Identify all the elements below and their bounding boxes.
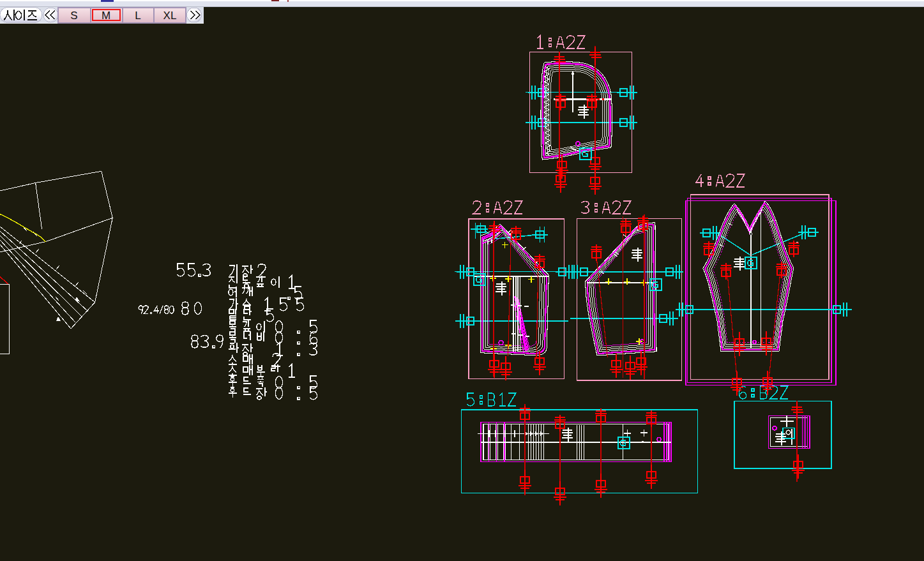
svg-text:S: S	[70, 10, 77, 22]
svg-text:XL: XL	[163, 10, 177, 22]
svg-text:M: M	[102, 10, 110, 22]
svg-text:L: L	[135, 10, 140, 22]
